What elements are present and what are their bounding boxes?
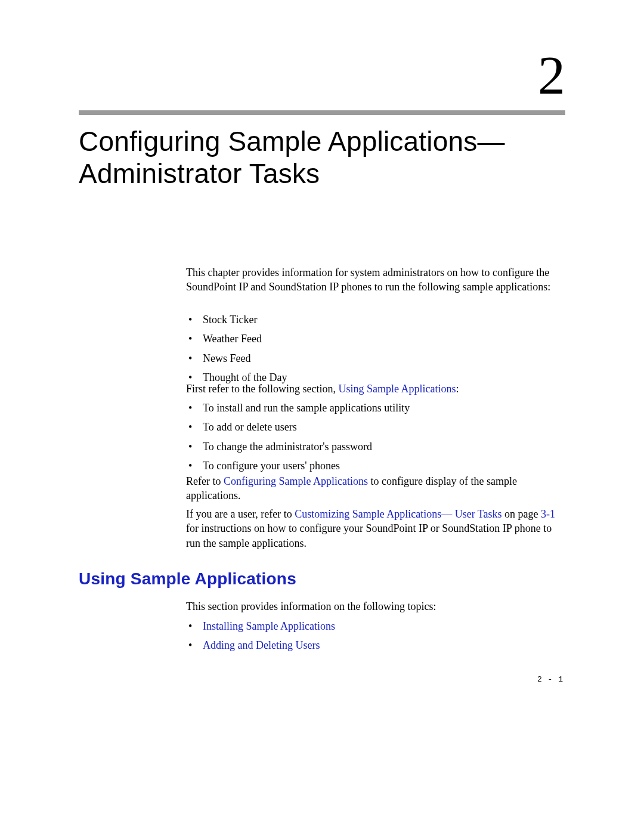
list-item: To configure your users' phones xyxy=(186,459,565,473)
text: on page xyxy=(502,508,541,520)
sample-apps-list: Stock Ticker Weather Feed News Feed Thou… xyxy=(186,312,565,389)
chapter-number: 2 xyxy=(538,48,565,103)
configure-paragraph: Refer to Configuring Sample Applications… xyxy=(186,474,565,503)
section-heading: Using Sample Applications xyxy=(79,569,296,589)
text: Refer to xyxy=(186,475,224,487)
tasks-list: To install and run the sample applicatio… xyxy=(186,401,565,478)
text: : xyxy=(456,383,459,395)
list-item: To install and run the sample applicatio… xyxy=(186,401,565,415)
section-intro: This section provides information on the… xyxy=(186,599,565,614)
page-ref-link[interactable]: 3-1 xyxy=(541,508,555,520)
using-sample-apps-link[interactable]: Using Sample Applications xyxy=(338,383,456,395)
list-item: Stock Ticker xyxy=(186,312,565,327)
adding-deleting-users-link[interactable]: Adding and Deleting Users xyxy=(203,639,320,651)
horizontal-rule xyxy=(79,110,565,115)
list-item: Installing Sample Applications xyxy=(186,619,565,633)
list-item: Adding and Deleting Users xyxy=(186,638,565,652)
intro-paragraph: This chapter provides information for sy… xyxy=(186,265,565,295)
list-item: To add or delete users xyxy=(186,420,565,434)
text: First refer to the following section, xyxy=(186,383,338,395)
chapter-title: Configuring Sample Applications—Administ… xyxy=(79,125,565,190)
list-item: Weather Feed xyxy=(186,332,565,346)
user-refer-paragraph: If you are a user, refer to Customizing … xyxy=(186,507,565,550)
section-topics-list: Installing Sample Applications Adding an… xyxy=(186,619,565,658)
configuring-sample-apps-link[interactable]: Configuring Sample Applications xyxy=(224,475,368,487)
refer-paragraph: First refer to the following section, Us… xyxy=(186,382,565,396)
page-number: 2 - 1 xyxy=(537,675,564,684)
list-item: News Feed xyxy=(186,351,565,366)
installing-sample-apps-link[interactable]: Installing Sample Applications xyxy=(203,620,335,632)
text: If you are a user, refer to xyxy=(186,508,295,520)
customizing-sample-apps-link[interactable]: Customizing Sample Applications— User Ta… xyxy=(295,508,501,520)
page: 2 Configuring Sample Applications—Admini… xyxy=(0,0,644,833)
list-item: To change the administrator's password xyxy=(186,439,565,454)
text: for instructions on how to configure you… xyxy=(186,522,552,549)
